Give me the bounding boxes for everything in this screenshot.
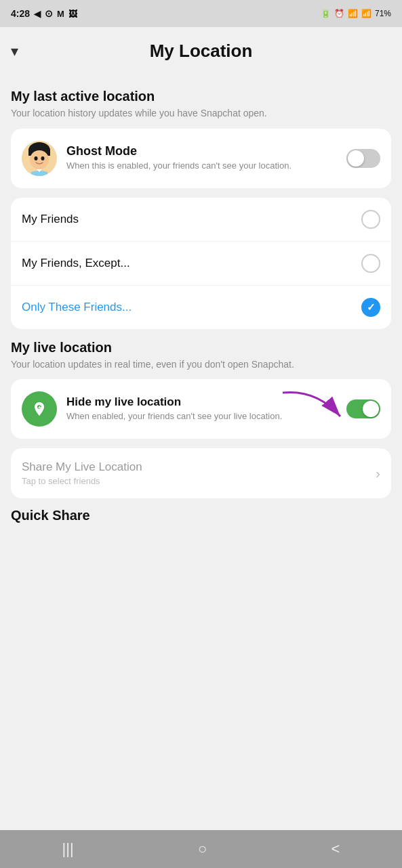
my-friends-except-radio[interactable] <box>361 254 380 273</box>
my-friends-except-label: My Friends, Except... <box>22 257 130 270</box>
svg-point-5 <box>41 156 45 160</box>
navigation-icon: ◀ <box>34 9 41 19</box>
back-button[interactable]: ▾ <box>11 43 18 60</box>
battery-percent: 71% <box>375 9 391 18</box>
ghost-mode-card: Ghost Mode When this is enabled, your fr… <box>11 129 391 188</box>
bitmoji-svg <box>22 141 57 176</box>
hide-live-location-toggle[interactable] <box>346 399 380 418</box>
my-friends-label: My Friends <box>22 213 79 226</box>
ghost-mode-title: Ghost Mode <box>66 144 337 158</box>
content-area: My last active location Your location hi… <box>0 72 402 540</box>
recents-nav-icon[interactable]: ||| <box>62 840 74 858</box>
main-content: ▾ My Location My last active location Yo… <box>0 27 402 830</box>
ghost-mode-desc: When this is enabled, your friends can't… <box>66 160 337 172</box>
page-title: My Location <box>150 41 253 62</box>
hide-live-location-row[interactable]: Hide my live location When enabled, your… <box>11 379 391 439</box>
whatsapp-icon: ⊙ <box>45 8 53 19</box>
avatar <box>22 141 57 176</box>
wifi-icon: 📶 <box>348 9 358 18</box>
hide-live-location-info: Hide my live location When enabled, your… <box>66 395 337 422</box>
hide-live-location-desc: When enabled, your friends can't see you… <box>66 411 337 422</box>
location-bolt-icon <box>29 399 49 419</box>
chevron-right-icon: › <box>376 466 380 481</box>
my-friends-except-row[interactable]: My Friends, Except... <box>11 242 391 286</box>
last-active-desc: Your location history updates while you … <box>11 107 391 121</box>
friends-options-card: My Friends My Friends, Except... Only Th… <box>11 198 391 329</box>
status-time: 4:28 ◀ ⊙ M 🖼 <box>11 8 77 19</box>
back-nav-icon[interactable]: < <box>331 840 340 858</box>
share-live-location-row[interactable]: Share My Live Location Tap to select fri… <box>11 448 391 498</box>
only-these-friends-radio[interactable] <box>361 298 380 317</box>
home-nav-icon[interactable]: ○ <box>198 840 207 858</box>
gallery-icon: 🖼 <box>68 9 77 19</box>
signal-icon: 📶 <box>361 9 371 18</box>
my-friends-radio[interactable] <box>361 210 380 229</box>
quick-share-heading: Quick Share <box>11 508 391 529</box>
ghost-mode-info: Ghost Mode When this is enabled, your fr… <box>66 144 337 172</box>
header: ▾ My Location <box>0 27 402 72</box>
toggle-knob <box>348 150 364 167</box>
live-location-icon-circle <box>22 391 57 427</box>
status-icons: 🔋 ⏰ 📶 📶 71% <box>321 9 391 18</box>
status-bar: 4:28 ◀ ⊙ M 🖼 🔋 ⏰ 📶 📶 71% <box>0 0 402 27</box>
my-friends-row[interactable]: My Friends <box>11 198 391 242</box>
share-live-location-title: Share My Live Location <box>22 460 376 474</box>
alarm-icon: ⏰ <box>334 9 344 18</box>
hide-live-location-title: Hide my live location <box>66 395 337 409</box>
share-live-location-info: Share My Live Location Tap to select fri… <box>22 460 376 486</box>
bottom-nav: ||| ○ < <box>0 830 402 868</box>
live-location-heading: My live location <box>11 340 391 355</box>
ghost-mode-toggle[interactable] <box>346 149 380 168</box>
share-live-location-desc: Tap to select friends <box>22 476 376 486</box>
hide-live-location-card: Hide my live location When enabled, your… <box>11 379 391 439</box>
ghost-mode-row[interactable]: Ghost Mode When this is enabled, your fr… <box>11 129 391 188</box>
share-live-location-card[interactable]: Share My Live Location Tap to select fri… <box>11 448 391 498</box>
last-active-heading: My last active location <box>11 89 391 104</box>
svg-point-4 <box>35 156 38 160</box>
gmail-icon: M <box>57 9 64 19</box>
battery-icon: 🔋 <box>321 9 331 18</box>
only-these-friends-row[interactable]: Only These Friends... <box>11 286 391 329</box>
only-these-friends-label: Only These Friends... <box>22 301 132 314</box>
toggle-knob-live <box>363 401 379 417</box>
svg-point-3 <box>30 150 49 169</box>
live-location-desc: Your location updates in real time, even… <box>11 358 391 372</box>
